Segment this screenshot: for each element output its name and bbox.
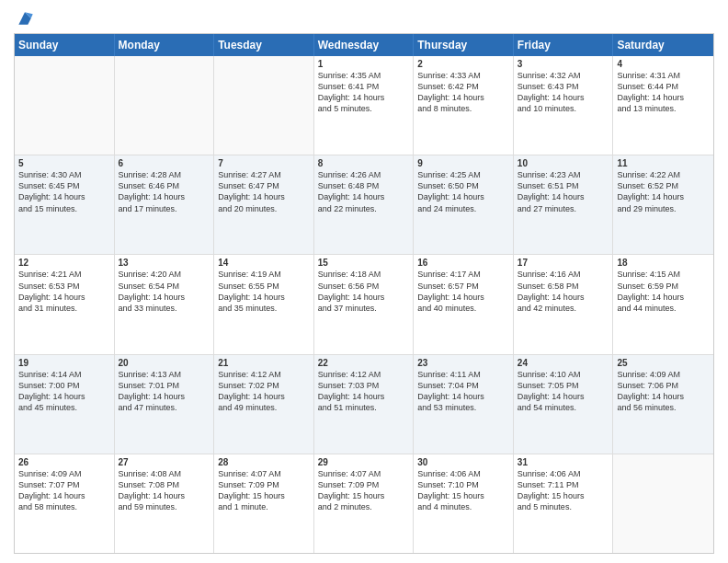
day-number: 15 <box>318 258 410 268</box>
day-number: 12 <box>18 258 110 268</box>
cal-cell: 8Sunrise: 4:26 AM Sunset: 6:48 PM Daylig… <box>314 155 415 254</box>
cell-info: Sunrise: 4:10 AM Sunset: 7:05 PM Dayligh… <box>518 369 609 414</box>
cell-info: Sunrise: 4:30 AM Sunset: 6:45 PM Dayligh… <box>18 169 110 214</box>
cell-info: Sunrise: 4:33 AM Sunset: 6:42 PM Dayligh… <box>417 70 509 115</box>
cal-cell: 20Sunrise: 4:13 AM Sunset: 7:01 PM Dayli… <box>115 355 215 454</box>
cal-cell: 4Sunrise: 4:31 AM Sunset: 6:44 PM Daylig… <box>613 56 713 155</box>
cal-cell: 26Sunrise: 4:09 AM Sunset: 7:07 PM Dayli… <box>15 454 115 553</box>
cell-info: Sunrise: 4:12 AM Sunset: 7:03 PM Dayligh… <box>318 369 410 414</box>
cell-info: Sunrise: 4:19 AM Sunset: 6:55 PM Dayligh… <box>218 269 310 314</box>
day-number: 22 <box>318 358 410 368</box>
cell-info: Sunrise: 4:32 AM Sunset: 6:43 PM Dayligh… <box>518 70 609 115</box>
cal-row: 19Sunrise: 4:14 AM Sunset: 7:00 PM Dayli… <box>15 355 713 454</box>
cal-cell: 9Sunrise: 4:25 AM Sunset: 6:50 PM Daylig… <box>414 155 514 254</box>
day-number: 9 <box>417 158 509 168</box>
cal-cell: 7Sunrise: 4:27 AM Sunset: 6:47 PM Daylig… <box>214 155 314 254</box>
cell-info: Sunrise: 4:22 AM Sunset: 6:52 PM Dayligh… <box>617 169 710 214</box>
cell-info: Sunrise: 4:07 AM Sunset: 7:09 PM Dayligh… <box>318 468 410 513</box>
cell-info: Sunrise: 4:09 AM Sunset: 7:07 PM Dayligh… <box>18 468 110 513</box>
cell-info: Sunrise: 4:20 AM Sunset: 6:54 PM Dayligh… <box>119 269 210 314</box>
day-number: 7 <box>218 158 310 168</box>
day-number: 11 <box>617 158 710 168</box>
cell-info: Sunrise: 4:17 AM Sunset: 6:57 PM Dayligh… <box>417 269 509 314</box>
cal-header-cell: Saturday <box>613 34 713 56</box>
calendar: SundayMondayTuesdayWednesdayThursdayFrid… <box>14 33 714 554</box>
cell-info: Sunrise: 4:28 AM Sunset: 6:46 PM Dayligh… <box>119 169 210 214</box>
cal-cell: 31Sunrise: 4:06 AM Sunset: 7:11 PM Dayli… <box>514 454 614 553</box>
day-number: 24 <box>518 358 609 368</box>
cal-cell <box>15 56 115 155</box>
cell-info: Sunrise: 4:06 AM Sunset: 7:10 PM Dayligh… <box>417 468 509 513</box>
day-number: 1 <box>318 59 410 69</box>
cal-header-cell: Sunday <box>15 34 115 56</box>
cell-info: Sunrise: 4:12 AM Sunset: 7:02 PM Dayligh… <box>218 369 310 414</box>
cal-cell: 23Sunrise: 4:11 AM Sunset: 7:04 PM Dayli… <box>414 355 514 454</box>
day-number: 20 <box>119 358 210 368</box>
cal-header-cell: Monday <box>115 34 215 56</box>
cell-info: Sunrise: 4:16 AM Sunset: 6:58 PM Dayligh… <box>518 269 609 314</box>
cal-cell: 29Sunrise: 4:07 AM Sunset: 7:09 PM Dayli… <box>314 454 415 553</box>
day-number: 19 <box>18 358 110 368</box>
day-number: 18 <box>617 258 710 268</box>
cal-header-cell: Wednesday <box>314 34 415 56</box>
cal-cell: 14Sunrise: 4:19 AM Sunset: 6:55 PM Dayli… <box>214 255 314 353</box>
cal-cell: 3Sunrise: 4:32 AM Sunset: 6:43 PM Daylig… <box>514 56 614 155</box>
cal-cell <box>115 56 215 155</box>
cell-info: Sunrise: 4:35 AM Sunset: 6:41 PM Dayligh… <box>318 70 410 115</box>
cal-cell: 12Sunrise: 4:21 AM Sunset: 6:53 PM Dayli… <box>15 255 115 353</box>
cal-cell: 24Sunrise: 4:10 AM Sunset: 7:05 PM Dayli… <box>514 355 614 454</box>
cal-header-cell: Tuesday <box>214 34 314 56</box>
cell-info: Sunrise: 4:15 AM Sunset: 6:59 PM Dayligh… <box>617 269 710 314</box>
header <box>14 9 714 28</box>
cal-cell: 10Sunrise: 4:23 AM Sunset: 6:51 PM Dayli… <box>514 155 614 254</box>
day-number: 8 <box>318 158 410 168</box>
cal-cell: 30Sunrise: 4:06 AM Sunset: 7:10 PM Dayli… <box>414 454 514 553</box>
day-number: 3 <box>518 59 609 69</box>
cal-cell: 19Sunrise: 4:14 AM Sunset: 7:00 PM Dayli… <box>15 355 115 454</box>
cal-cell: 5Sunrise: 4:30 AM Sunset: 6:45 PM Daylig… <box>15 155 115 254</box>
logo-area <box>14 9 34 28</box>
day-number: 13 <box>119 258 210 268</box>
day-number: 21 <box>218 358 310 368</box>
cal-cell: 1Sunrise: 4:35 AM Sunset: 6:41 PM Daylig… <box>314 56 415 155</box>
calendar-header: SundayMondayTuesdayWednesdayThursdayFrid… <box>15 34 713 56</box>
cell-info: Sunrise: 4:13 AM Sunset: 7:01 PM Dayligh… <box>119 369 210 414</box>
day-number: 26 <box>18 457 110 467</box>
cell-info: Sunrise: 4:06 AM Sunset: 7:11 PM Dayligh… <box>518 468 609 513</box>
day-number: 28 <box>218 457 310 467</box>
page: SundayMondayTuesdayWednesdayThursdayFrid… <box>0 0 728 563</box>
cal-cell <box>613 454 713 553</box>
day-number: 10 <box>518 158 609 168</box>
cal-cell: 27Sunrise: 4:08 AM Sunset: 7:08 PM Dayli… <box>115 454 215 553</box>
cal-cell: 15Sunrise: 4:18 AM Sunset: 6:56 PM Dayli… <box>314 255 415 353</box>
cal-cell: 2Sunrise: 4:33 AM Sunset: 6:42 PM Daylig… <box>414 56 514 155</box>
cal-row: 5Sunrise: 4:30 AM Sunset: 6:45 PM Daylig… <box>15 155 713 255</box>
cell-info: Sunrise: 4:07 AM Sunset: 7:09 PM Dayligh… <box>218 468 310 513</box>
cell-info: Sunrise: 4:21 AM Sunset: 6:53 PM Dayligh… <box>18 269 110 314</box>
cal-cell: 16Sunrise: 4:17 AM Sunset: 6:57 PM Dayli… <box>414 255 514 353</box>
cell-info: Sunrise: 4:31 AM Sunset: 6:44 PM Dayligh… <box>617 70 710 115</box>
day-number: 30 <box>417 457 509 467</box>
cal-cell: 18Sunrise: 4:15 AM Sunset: 6:59 PM Dayli… <box>613 255 713 353</box>
day-number: 5 <box>18 158 110 168</box>
cal-cell: 17Sunrise: 4:16 AM Sunset: 6:58 PM Dayli… <box>514 255 614 353</box>
cell-info: Sunrise: 4:25 AM Sunset: 6:50 PM Dayligh… <box>417 169 509 214</box>
cal-cell: 22Sunrise: 4:12 AM Sunset: 7:03 PM Dayli… <box>314 355 415 454</box>
cal-header-cell: Thursday <box>414 34 514 56</box>
cal-cell: 28Sunrise: 4:07 AM Sunset: 7:09 PM Dayli… <box>214 454 314 553</box>
cal-row: 1Sunrise: 4:35 AM Sunset: 6:41 PM Daylig… <box>15 56 713 155</box>
cell-info: Sunrise: 4:11 AM Sunset: 7:04 PM Dayligh… <box>417 369 509 414</box>
calendar-body: 1Sunrise: 4:35 AM Sunset: 6:41 PM Daylig… <box>15 56 713 553</box>
cell-info: Sunrise: 4:18 AM Sunset: 6:56 PM Dayligh… <box>318 269 410 314</box>
day-number: 4 <box>617 59 710 69</box>
cal-cell: 21Sunrise: 4:12 AM Sunset: 7:02 PM Dayli… <box>214 355 314 454</box>
cal-header-cell: Friday <box>514 34 614 56</box>
day-number: 2 <box>417 59 509 69</box>
cal-cell: 13Sunrise: 4:20 AM Sunset: 6:54 PM Dayli… <box>115 255 215 353</box>
day-number: 23 <box>417 358 509 368</box>
cell-info: Sunrise: 4:27 AM Sunset: 6:47 PM Dayligh… <box>218 169 310 214</box>
cell-info: Sunrise: 4:23 AM Sunset: 6:51 PM Dayligh… <box>518 169 609 214</box>
cal-cell: 6Sunrise: 4:28 AM Sunset: 6:46 PM Daylig… <box>115 155 215 254</box>
cell-info: Sunrise: 4:14 AM Sunset: 7:00 PM Dayligh… <box>18 369 110 414</box>
day-number: 16 <box>417 258 509 268</box>
